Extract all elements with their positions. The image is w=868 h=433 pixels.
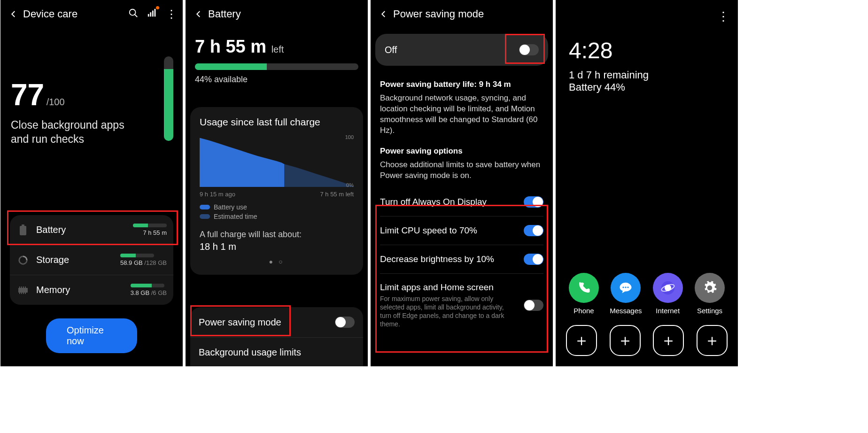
row-label: Background usage limits <box>199 347 301 358</box>
score-max: /100 <box>46 97 65 107</box>
search-icon[interactable] <box>128 8 139 20</box>
app-internet[interactable]: Internet <box>650 273 686 315</box>
card-title: Usage since last full charge <box>200 116 354 128</box>
power-saving-toggle[interactable] <box>335 317 355 328</box>
row-sub: 3.8 GB /6 GB <box>131 289 167 296</box>
add-app-slot[interactable]: ＋ <box>653 325 684 356</box>
estimate-value: 18 h 1 m <box>200 241 354 252</box>
svg-rect-10 <box>19 286 20 288</box>
row-storage[interactable]: Storage 58.9 GB /128 GB <box>10 245 173 275</box>
remaining-label: 1 d 7 h remaining <box>556 69 738 81</box>
legend-estimated: Estimated time <box>214 213 257 220</box>
row-label: Storage <box>36 255 69 265</box>
row-label: Memory <box>36 285 70 295</box>
svg-point-20 <box>628 286 629 288</box>
svg-point-23 <box>665 285 671 291</box>
back-icon[interactable] <box>376 7 391 22</box>
screen-power-saving: Power saving mode Off Power saving batte… <box>371 0 553 366</box>
add-app-slot[interactable]: ＋ <box>697 325 728 356</box>
screen-battery: Battery 7 h 55 m left 44% available Usag… <box>186 0 368 366</box>
svg-point-18 <box>623 286 624 288</box>
more-icon[interactable]: ⋮ <box>166 8 177 20</box>
svg-rect-15 <box>21 293 22 294</box>
highlight-options <box>375 205 548 353</box>
svg-rect-11 <box>21 286 22 288</box>
back-icon[interactable] <box>191 7 206 22</box>
row-bg-limits[interactable]: Background usage limits <box>190 338 363 366</box>
svg-line-1 <box>135 15 138 17</box>
battery-life-desc: Background network usage, syncing, and l… <box>380 93 543 136</box>
pager-dots[interactable]: ● ○ <box>200 258 354 265</box>
screen-device-care: Device care ⋮ 77 /100 Close background a… <box>0 0 183 366</box>
options-desc: Choose additional limits to save battery… <box>380 160 543 181</box>
add-app-slot[interactable]: ＋ <box>566 325 597 356</box>
svg-rect-3 <box>150 12 151 16</box>
battery-life-label: Power saving battery life: 9 h 34 m <box>380 80 543 89</box>
svg-rect-16 <box>23 293 24 294</box>
battery-label: Battery 44% <box>556 81 738 93</box>
legend-battery-use: Battery use <box>214 203 247 211</box>
svg-rect-5 <box>155 9 156 17</box>
signal-icon <box>147 8 157 20</box>
battery-bar <box>195 63 358 70</box>
gear-icon <box>695 273 725 303</box>
score-hint: Close background apps and run checks <box>11 118 142 147</box>
svg-rect-2 <box>148 14 149 17</box>
svg-rect-13 <box>25 286 26 288</box>
add-app-slot[interactable]: ＋ <box>610 325 641 356</box>
svg-rect-9 <box>18 288 28 293</box>
app-settings[interactable]: Settings <box>692 273 728 315</box>
battery-chart: 100 0% <box>200 135 354 187</box>
score-area: 77 /100 Close background apps and run ch… <box>0 28 183 147</box>
svg-point-0 <box>130 9 136 15</box>
available-label: 44% available <box>186 75 368 89</box>
svg-rect-17 <box>25 293 26 294</box>
score-value: 77 <box>11 78 44 112</box>
row-memory[interactable]: Memory 3.8 GB /6 GB <box>10 275 173 305</box>
page-title: Device care <box>23 8 78 20</box>
usage-card[interactable]: Usage since last full charge 100 0% 9 h … <box>190 107 363 275</box>
options-title: Power saving options <box>380 147 543 156</box>
app-messages[interactable]: Messages <box>608 273 643 315</box>
optimize-button[interactable]: Optimize now <box>46 318 137 353</box>
messages-icon <box>611 273 641 303</box>
svg-rect-12 <box>23 286 24 288</box>
dock: Phone Messages Internet Settings <box>556 273 738 356</box>
chart-x-start: 9 h 15 m ago <box>200 191 235 198</box>
storage-icon <box>16 255 30 265</box>
highlight-battery-row <box>7 210 178 245</box>
row-sub: 58.9 GB /128 GB <box>120 259 167 266</box>
screen-home: ⋮ 4:28 1 d 7 h remaining Battery 44% Pho… <box>556 0 738 366</box>
page-title: Battery <box>208 8 241 20</box>
back-icon[interactable] <box>6 7 21 22</box>
more-icon[interactable]: ⋮ <box>717 10 729 23</box>
svg-rect-4 <box>152 11 154 17</box>
clock: 4:28 <box>556 0 738 69</box>
header: Device care ⋮ <box>0 0 183 28</box>
highlight-master-toggle <box>505 34 545 64</box>
svg-point-19 <box>625 286 627 288</box>
page-title: Power saving mode <box>393 8 484 20</box>
svg-rect-14 <box>19 293 20 294</box>
estimate-label: A full charge will last about: <box>200 230 354 240</box>
master-label: Off <box>385 45 397 55</box>
memory-icon <box>16 285 30 295</box>
score-bar <box>164 56 173 141</box>
chart-x-end: 7 h 55 m left <box>320 191 354 198</box>
internet-icon <box>653 273 683 303</box>
app-phone[interactable]: Phone <box>566 273 602 315</box>
phone-icon <box>569 273 599 303</box>
highlight-power-saving <box>190 305 291 336</box>
time-remaining: 7 h 55 m left <box>186 28 368 57</box>
